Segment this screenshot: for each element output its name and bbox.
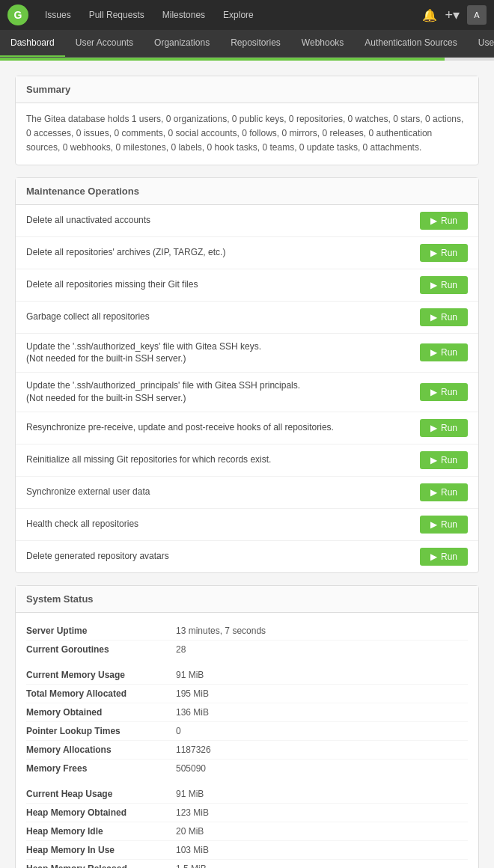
main-content: Summary The Gitea database holds 1 users… — [0, 61, 494, 868]
run-icon-6: ▶ — [430, 423, 437, 433]
status-label-goroutines: Current Goroutines — [26, 643, 176, 656]
run-icon-2: ▶ — [430, 280, 437, 290]
tab-webhooks[interactable]: Webhooks — [291, 30, 354, 57]
run-icon-8: ▶ — [430, 487, 437, 498]
status-value-heap-obtained: 123 MiB — [176, 806, 209, 819]
status-value-mem-obtained: 136 MiB — [176, 706, 209, 719]
run-icon-3: ▶ — [430, 312, 437, 323]
bell-icon[interactable]: 🔔 — [422, 8, 437, 22]
run-button-0[interactable]: ▶ Run — [420, 212, 468, 230]
maintenance-section: Maintenance Operations Delete all unacti… — [15, 177, 479, 573]
navbar-links: Issues Pull Requests Milestones Explore — [37, 7, 413, 23]
maint-row-3: Garbage collect all repositories ▶ Run — [16, 302, 478, 334]
status-row-ptr-lookup: Pointer Lookup Times 0 — [26, 722, 468, 741]
status-group-1: Current Memory Usage 91 MiB Total Memory… — [26, 666, 468, 777]
run-button-3[interactable]: ▶ Run — [420, 308, 468, 326]
status-value-goroutines: 28 — [176, 643, 186, 656]
system-status-body: Server Uptime 13 minutes, 7 seconds Curr… — [16, 613, 478, 868]
status-group-2: Current Heap Usage 91 MiB Heap Memory Ob… — [26, 785, 468, 868]
run-button-4[interactable]: ▶ Run — [420, 343, 468, 361]
status-label-heap-idle: Heap Memory Idle — [26, 825, 176, 838]
run-icon-7: ▶ — [430, 455, 437, 465]
maint-row-1: Delete all repositories' archives (ZIP, … — [16, 237, 478, 269]
maint-desc-6: Resynchronize pre-receive, update and po… — [26, 421, 412, 434]
status-row-heap-inuse: Heap Memory In Use 103 MiB — [26, 841, 468, 860]
summary-header: Summary — [16, 76, 478, 103]
status-label-heap-obtained: Heap Memory Obtained — [26, 806, 176, 819]
run-button-6[interactable]: ▶ Run — [420, 419, 468, 437]
maint-desc-9: Health check all repositories — [26, 518, 412, 531]
navbar-actions: 🔔 +▾ A — [422, 5, 487, 25]
tab-user-emails[interactable]: User Emails — [468, 30, 494, 57]
status-row-total-mem: Total Memory Allocated 195 MiB — [26, 685, 468, 703]
admin-tabs: Dashboard User Accounts Organizations Re… — [0, 30, 494, 58]
maint-row-8: Synchronize external user data ▶ Run — [16, 477, 478, 509]
maint-desc-7: Reinitialize all missing Git repositorie… — [26, 453, 412, 466]
tab-auth-sources[interactable]: Authentication Sources — [354, 30, 467, 57]
nav-issues[interactable]: Issues — [37, 7, 79, 23]
status-label-total-mem: Total Memory Allocated — [26, 687, 176, 700]
status-row-heap-obtained: Heap Memory Obtained 123 MiB — [26, 804, 468, 822]
run-icon-10: ▶ — [430, 551, 437, 562]
tab-user-accounts[interactable]: User Accounts — [65, 30, 144, 57]
run-button-5[interactable]: ▶ Run — [420, 383, 468, 401]
navbar: G Issues Pull Requests Milestones Explor… — [0, 0, 494, 30]
summary-text: The Gitea database holds 1 users, 0 orga… — [26, 112, 468, 156]
nav-pull-requests[interactable]: Pull Requests — [82, 7, 152, 23]
nav-milestones[interactable]: Milestones — [155, 7, 213, 23]
status-label-ptr-lookup: Pointer Lookup Times — [26, 724, 176, 738]
system-status-header: System Status — [16, 586, 478, 613]
maint-desc-5: Update the '.ssh/authorized_principals' … — [26, 379, 412, 405]
summary-section: Summary The Gitea database holds 1 users… — [15, 76, 479, 165]
maintenance-header: Maintenance Operations — [16, 178, 478, 205]
run-button-10[interactable]: ▶ Run — [420, 548, 468, 566]
status-row-goroutines: Current Goroutines 28 — [26, 641, 468, 658]
brand-logo[interactable]: G — [7, 4, 28, 25]
status-row-cur-mem: Current Memory Usage 91 MiB — [26, 666, 468, 685]
run-icon-1: ▶ — [430, 248, 437, 258]
tab-repositories[interactable]: Repositories — [220, 30, 291, 57]
maint-desc-0: Delete all unactivated accounts — [26, 214, 412, 227]
status-value-ptr-lookup: 0 — [176, 724, 181, 738]
run-icon-5: ▶ — [430, 387, 437, 397]
status-row-heap-usage: Current Heap Usage 91 MiB — [26, 785, 468, 804]
run-icon-0: ▶ — [430, 216, 437, 226]
run-icon-4: ▶ — [430, 347, 437, 358]
status-value-heap-idle: 20 MiB — [176, 825, 204, 838]
status-row-mem-alloc: Memory Allocations 1187326 — [26, 741, 468, 760]
status-value-heap-inuse: 103 MiB — [176, 843, 209, 857]
nav-explore[interactable]: Explore — [216, 7, 261, 23]
run-button-8[interactable]: ▶ Run — [420, 483, 468, 501]
maint-desc-10: Delete generated repository avatars — [26, 550, 412, 563]
status-label-mem-frees: Memory Frees — [26, 762, 176, 775]
run-button-9[interactable]: ▶ Run — [420, 516, 468, 534]
status-label-heap-released: Heap Memory Released — [26, 862, 176, 868]
status-label-heap-usage: Current Heap Usage — [26, 787, 176, 801]
maint-row-9: Health check all repositories ▶ Run — [16, 509, 478, 541]
run-button-1[interactable]: ▶ Run — [420, 244, 468, 262]
run-button-2[interactable]: ▶ Run — [420, 276, 468, 294]
maint-desc-1: Delete all repositories' archives (ZIP, … — [26, 246, 412, 259]
status-label-cur-mem: Current Memory Usage — [26, 668, 176, 682]
status-label-mem-alloc: Memory Allocations — [26, 743, 176, 757]
system-status-section: System Status Server Uptime 13 minutes, … — [15, 585, 479, 868]
status-row-heap-released: Heap Memory Released 1.5 MiB — [26, 860, 468, 868]
tab-dashboard[interactable]: Dashboard — [0, 30, 65, 57]
status-value-total-mem: 195 MiB — [176, 687, 209, 700]
status-row-mem-frees: Memory Frees 505090 — [26, 760, 468, 777]
status-value-mem-frees: 505090 — [176, 762, 206, 775]
avatar[interactable]: A — [467, 5, 487, 25]
run-button-7[interactable]: ▶ Run — [420, 451, 468, 469]
maint-row-2: Delete all repositories missing their Gi… — [16, 269, 478, 302]
status-row-mem-obtained: Memory Obtained 136 MiB — [26, 703, 468, 722]
status-value-cur-mem: 91 MiB — [176, 668, 204, 682]
summary-body: The Gitea database holds 1 users, 0 orga… — [16, 103, 478, 165]
tab-organizations[interactable]: Organizations — [144, 30, 220, 57]
status-group-0: Server Uptime 13 minutes, 7 seconds Curr… — [26, 622, 468, 658]
status-value-mem-alloc: 1187326 — [176, 743, 211, 757]
status-value-uptime: 13 minutes, 7 seconds — [176, 624, 266, 638]
maint-row-6: Resynchronize pre-receive, update and po… — [16, 412, 478, 444]
run-icon-9: ▶ — [430, 519, 437, 530]
plus-icon[interactable]: +▾ — [445, 7, 460, 23]
maint-row-5: Update the '.ssh/authorized_principals' … — [16, 373, 478, 412]
